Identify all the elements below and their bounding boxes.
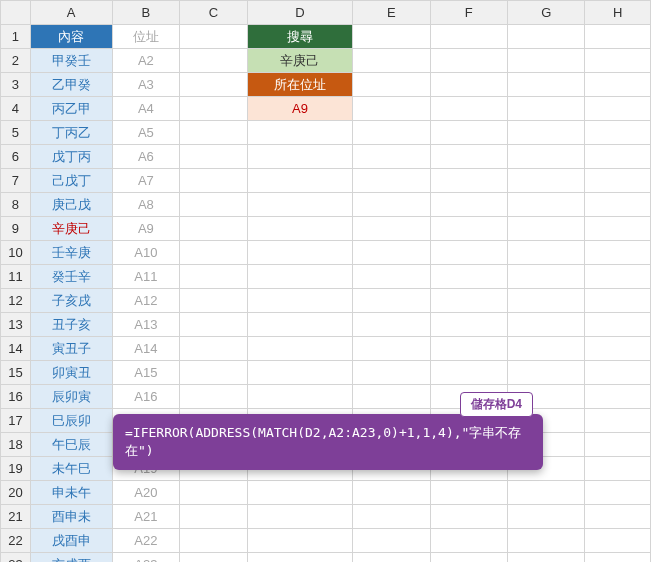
cell-D9[interactable]	[247, 217, 353, 241]
cell-C1[interactable]	[180, 25, 248, 49]
cell-B20[interactable]: A20	[112, 481, 180, 505]
row-header-16[interactable]: 16	[1, 385, 31, 409]
cell-G1[interactable]	[508, 25, 585, 49]
cell-D1[interactable]: 搜尋	[247, 25, 353, 49]
cell-A13[interactable]: 丑子亥	[30, 313, 112, 337]
cell-C14[interactable]	[180, 337, 248, 361]
corner-cell[interactable]	[1, 1, 31, 25]
cell-F1[interactable]	[430, 25, 507, 49]
cell-D3[interactable]: 所在位址	[247, 73, 353, 97]
cell-D5[interactable]	[247, 121, 353, 145]
cell-D16[interactable]	[247, 385, 353, 409]
cell-H17[interactable]	[585, 409, 651, 433]
cell-E13[interactable]	[353, 313, 430, 337]
cell-D20[interactable]	[247, 481, 353, 505]
cell-F9[interactable]	[430, 217, 507, 241]
cell-A9[interactable]: 辛庚己	[30, 217, 112, 241]
row-header-21[interactable]: 21	[1, 505, 31, 529]
cell-G13[interactable]	[508, 313, 585, 337]
cell-C9[interactable]	[180, 217, 248, 241]
cell-E21[interactable]	[353, 505, 430, 529]
cell-F2[interactable]	[430, 49, 507, 73]
row-header-5[interactable]: 5	[1, 121, 31, 145]
cell-D4[interactable]: A9	[247, 97, 353, 121]
cell-B1[interactable]: 位址	[112, 25, 180, 49]
cell-H10[interactable]	[585, 241, 651, 265]
cell-G7[interactable]	[508, 169, 585, 193]
col-header-C[interactable]: C	[180, 1, 248, 25]
cell-B4[interactable]: A4	[112, 97, 180, 121]
cell-C2[interactable]	[180, 49, 248, 73]
row-header-9[interactable]: 9	[1, 217, 31, 241]
cell-B16[interactable]: A16	[112, 385, 180, 409]
row-header-12[interactable]: 12	[1, 289, 31, 313]
cell-G10[interactable]	[508, 241, 585, 265]
cell-D12[interactable]	[247, 289, 353, 313]
cell-D14[interactable]	[247, 337, 353, 361]
cell-D15[interactable]	[247, 361, 353, 385]
cell-E4[interactable]	[353, 97, 430, 121]
cell-A6[interactable]: 戊丁丙	[30, 145, 112, 169]
cell-D2[interactable]: 辛庚己	[247, 49, 353, 73]
cell-F15[interactable]	[430, 361, 507, 385]
cell-B8[interactable]: A8	[112, 193, 180, 217]
cell-H11[interactable]	[585, 265, 651, 289]
row-header-20[interactable]: 20	[1, 481, 31, 505]
cell-B3[interactable]: A3	[112, 73, 180, 97]
cell-A4[interactable]: 丙乙甲	[30, 97, 112, 121]
cell-C20[interactable]	[180, 481, 248, 505]
cell-F14[interactable]	[430, 337, 507, 361]
cell-A18[interactable]: 午巳辰	[30, 433, 112, 457]
row-header-13[interactable]: 13	[1, 313, 31, 337]
cell-F11[interactable]	[430, 265, 507, 289]
cell-E6[interactable]	[353, 145, 430, 169]
cell-A11[interactable]: 癸壬辛	[30, 265, 112, 289]
cell-F4[interactable]	[430, 97, 507, 121]
row-header-4[interactable]: 4	[1, 97, 31, 121]
cell-E9[interactable]	[353, 217, 430, 241]
cell-E7[interactable]	[353, 169, 430, 193]
cell-A10[interactable]: 壬辛庚	[30, 241, 112, 265]
cell-B7[interactable]: A7	[112, 169, 180, 193]
cell-A15[interactable]: 卯寅丑	[30, 361, 112, 385]
cell-F8[interactable]	[430, 193, 507, 217]
cell-G22[interactable]	[508, 529, 585, 553]
cell-E12[interactable]	[353, 289, 430, 313]
cell-F7[interactable]	[430, 169, 507, 193]
cell-G12[interactable]	[508, 289, 585, 313]
cell-H22[interactable]	[585, 529, 651, 553]
cell-C23[interactable]	[180, 553, 248, 563]
row-header-7[interactable]: 7	[1, 169, 31, 193]
cell-G8[interactable]	[508, 193, 585, 217]
cell-G14[interactable]	[508, 337, 585, 361]
cell-B10[interactable]: A10	[112, 241, 180, 265]
cell-D13[interactable]	[247, 313, 353, 337]
col-header-G[interactable]: G	[508, 1, 585, 25]
cell-D7[interactable]	[247, 169, 353, 193]
cell-A17[interactable]: 巳辰卯	[30, 409, 112, 433]
cell-A22[interactable]: 戌酉申	[30, 529, 112, 553]
cell-H14[interactable]	[585, 337, 651, 361]
cell-H5[interactable]	[585, 121, 651, 145]
cell-E1[interactable]	[353, 25, 430, 49]
col-header-D[interactable]: D	[247, 1, 353, 25]
cell-D21[interactable]	[247, 505, 353, 529]
cell-C3[interactable]	[180, 73, 248, 97]
cell-A23[interactable]: 亥戌酉	[30, 553, 112, 563]
cell-B13[interactable]: A13	[112, 313, 180, 337]
row-header-19[interactable]: 19	[1, 457, 31, 481]
cell-F22[interactable]	[430, 529, 507, 553]
cell-A20[interactable]: 申未午	[30, 481, 112, 505]
col-header-H[interactable]: H	[585, 1, 651, 25]
cell-H8[interactable]	[585, 193, 651, 217]
col-header-B[interactable]: B	[112, 1, 180, 25]
cell-B21[interactable]: A21	[112, 505, 180, 529]
row-header-17[interactable]: 17	[1, 409, 31, 433]
cell-D11[interactable]	[247, 265, 353, 289]
cell-E23[interactable]	[353, 553, 430, 563]
cell-C16[interactable]	[180, 385, 248, 409]
cell-H3[interactable]	[585, 73, 651, 97]
cell-C4[interactable]	[180, 97, 248, 121]
cell-F6[interactable]	[430, 145, 507, 169]
cell-B15[interactable]: A15	[112, 361, 180, 385]
